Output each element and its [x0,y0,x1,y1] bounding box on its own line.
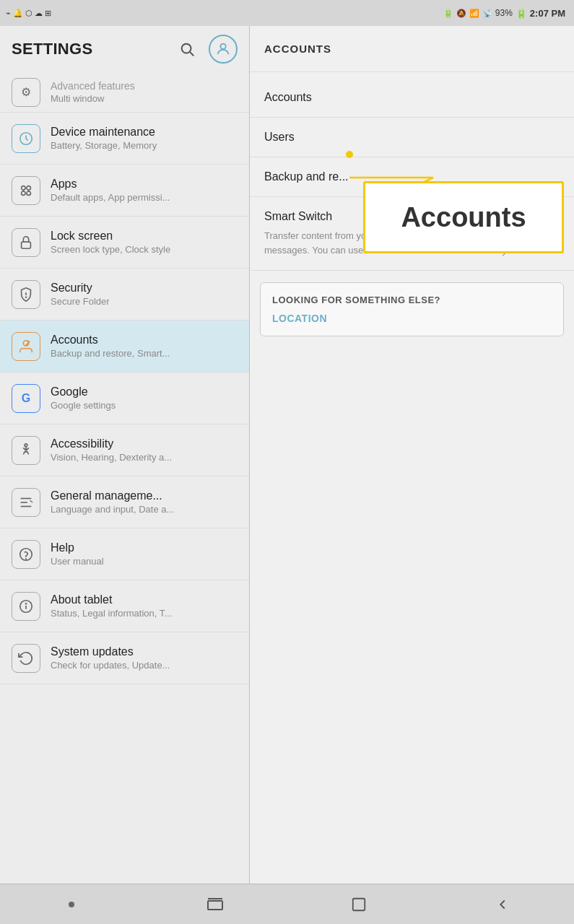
nav-home-button[interactable] [337,890,381,919]
battery-level: 93% [495,8,513,18]
svg-rect-8 [22,242,31,248]
svg-rect-25 [208,901,222,910]
nav-dot-button[interactable] [50,890,93,919]
right-panel-header: ACCOUNTS [250,26,574,72]
sidebar-item-accounts[interactable]: Accounts Backup and restore, Smart... [0,321,249,372]
svg-point-5 [27,186,30,190]
general-management-title: General manageme... [51,489,238,502]
apps-subtitle: Default apps, App permissi... [51,192,195,203]
advanced-title: Advanced features [51,80,238,92]
general-management-text: General manageme... Language and input, … [51,489,238,515]
svg-line-1 [190,52,193,56]
sidebar-item-security[interactable]: Security Secure Folder [0,269,249,321]
lock-screen-title: Lock screen [51,230,238,243]
right-panel-content: Accounts Users Backup and re... Smart Sw… [250,72,574,884]
security-icon [12,280,40,309]
security-subtitle: Secure Folder [51,296,195,307]
advanced-icon: ⚙ [12,78,40,107]
accessibility-subtitle: Vision, Hearing, Dexterity a... [51,452,195,463]
bottom-navigation [0,884,574,924]
sidebar-item-apps[interactable]: Apps Default apps, App permissi... [0,165,249,217]
google-subtitle: Google settings [51,400,195,411]
sidebar-item-accessibility[interactable]: Accessibility Vision, Hearing, Dexterity… [0,424,249,476]
help-text: Help User manual [51,541,238,567]
status-icon-5: ⊞ [45,9,51,18]
security-text: Security Secure Folder [51,282,238,307]
signal-icon: 📡 [482,9,492,18]
svg-point-12 [25,443,27,446]
svg-line-16 [30,500,33,502]
about-tablet-text: About tablet Status, Legal information, … [51,593,238,619]
accounts-title: Accounts [51,334,238,346]
backup-menu-item[interactable]: Backup and re... [250,157,574,197]
sidebar-header: SETTINGS [0,26,249,72]
sidebar-title: SETTINGS [12,40,92,58]
help-subtitle: User manual [51,556,195,567]
accessibility-text: Accessibility Vision, Hearing, Dexterity… [51,437,238,463]
accounts-menu-item[interactable]: Accounts [250,78,574,118]
sidebar-item-system-updates[interactable]: System updates Check for updates, Update… [0,632,249,684]
sidebar-item-google[interactable]: G Google Google settings [0,372,249,424]
lock-screen-text: Lock screen Screen lock type, Clock styl… [51,230,238,255]
accounts-menu-title: Accounts [264,91,560,104]
about-tablet-subtitle: Status, Legal information, T... [51,608,195,619]
device-maintenance-text: Device maintenance Battery, Storage, Mem… [51,126,238,151]
sidebar-item-help[interactable]: Help User manual [0,528,249,580]
smart-switch-section[interactable]: Smart Switch Transfer content from your … [250,197,574,271]
general-management-icon [12,488,40,517]
system-updates-icon [12,644,40,673]
battery-icon: 🔋 [443,9,453,18]
time-display: 2:07 PM [530,8,565,19]
advanced-text: Advanced features Multi window [51,80,238,104]
status-icon-4: ☁ [35,9,43,18]
accessibility-title: Accessibility [51,437,238,450]
battery-mute-icon: 🔕 [456,9,466,18]
search-button[interactable] [174,36,200,62]
help-title: Help [51,541,238,554]
sidebar-header-icons [174,35,238,64]
smart-switch-description: Transfer content from your old device, i… [264,229,560,257]
system-updates-title: System updates [51,645,238,658]
svg-point-6 [22,191,25,195]
security-title: Security [51,282,238,295]
advanced-subtitle: Multi window [51,93,195,104]
settings-sidebar: SETTINGS ⚙ [0,26,249,884]
svg-point-21 [25,603,26,603]
apps-title: Apps [51,178,238,191]
looking-for-box: LOOKING FOR SOMETHING ELSE? LOCATION [260,282,564,336]
smart-switch-title: Smart Switch [264,210,560,223]
lock-screen-icon [12,228,40,257]
right-panel-title: ACCOUNTS [264,43,331,55]
status-bar: ⌁ 🔔 ⬡ ☁ ⊞ 🔋 🔕 📶 📡 93% 🔋 2:07 PM [0,0,574,26]
google-text: Google Google settings [51,385,238,411]
general-management-subtitle: Language and input, Date a... [51,504,195,515]
google-title: Google [51,385,238,398]
looking-for-heading: LOOKING FOR SOMETHING ELSE? [272,295,552,305]
svg-point-10 [26,297,27,297]
users-menu-item[interactable]: Users [250,118,574,157]
status-left-icons: ⌁ 🔔 ⬡ ☁ ⊞ [6,9,51,18]
location-link[interactable]: LOCATION [272,313,552,324]
about-tablet-icon [12,592,40,621]
users-menu-title: Users [264,131,560,144]
accounts-icon [12,332,40,361]
status-icon-3: ⬡ [25,9,32,18]
svg-point-7 [27,191,30,195]
svg-rect-27 [353,898,365,910]
sidebar-item-lock-screen[interactable]: Lock screen Screen lock type, Clock styl… [0,217,249,269]
help-icon [12,540,40,569]
nav-back-button[interactable] [481,890,524,919]
accessibility-icon [12,436,40,465]
sidebar-item-advanced[interactable]: ⚙ Advanced features Multi window [0,72,249,113]
system-updates-text: System updates Check for updates, Update… [51,645,238,671]
settings-items-list: ⚙ Advanced features Multi window Device … [0,72,249,884]
sidebar-item-general-management[interactable]: General manageme... Language and input, … [0,476,249,528]
sidebar-item-about-tablet[interactable]: About tablet Status, Legal information, … [0,580,249,632]
profile-button[interactable] [209,35,238,64]
sidebar-item-device-maintenance[interactable]: Device maintenance Battery, Storage, Mem… [0,113,249,165]
wifi-icon: 📶 [469,9,479,18]
lock-screen-subtitle: Screen lock type, Clock style [51,244,195,255]
apps-icon [12,176,40,205]
nav-recent-button[interactable] [193,890,237,919]
svg-point-24 [69,902,74,907]
